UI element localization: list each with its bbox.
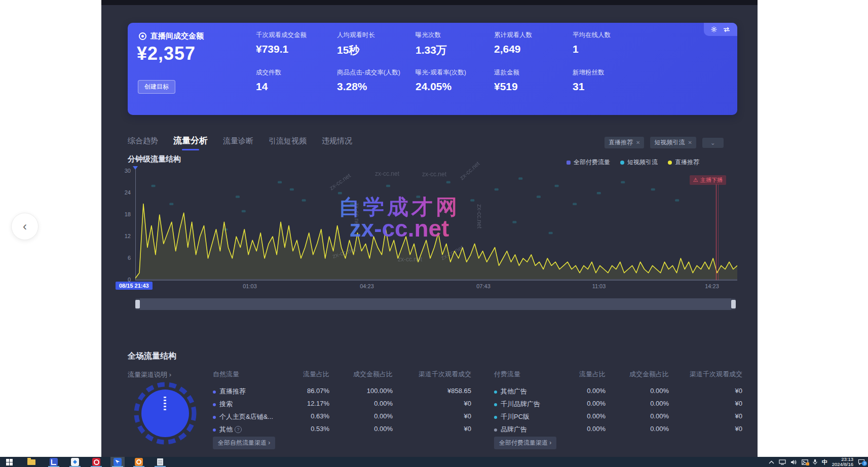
table-row[interactable]: 品牌广告 xyxy=(494,425,527,434)
table-row[interactable]: 其他广告 xyxy=(494,387,527,396)
stream-end-badge: ⚠ 主播下播 xyxy=(690,175,726,185)
channel-help-label: 流量渠道说明 xyxy=(128,371,167,378)
microphone-icon[interactable] xyxy=(813,459,817,465)
slider-handle-left[interactable] xyxy=(135,300,140,308)
legend-label: 短视频引流 xyxy=(627,158,658,167)
time-range-slider[interactable] xyxy=(135,298,736,310)
cell-gmv-share: 0.00% xyxy=(616,425,669,433)
metric-label: 曝光-观看率(次数) xyxy=(416,68,502,77)
metric-card: 人均观看时长 15秒 xyxy=(337,31,423,57)
back-button[interactable]: ‹ xyxy=(11,213,39,240)
tab-violations[interactable]: 违规情况 xyxy=(322,136,352,150)
tab-short-video[interactable]: 引流短视频 xyxy=(269,136,307,150)
x-tick: 11:03 xyxy=(592,283,606,289)
help-icon[interactable]: ? xyxy=(235,426,242,433)
slider-handle-right[interactable] xyxy=(731,300,736,308)
metric-value: ¥739.1 xyxy=(256,43,342,55)
table-row[interactable]: 直播推荐 xyxy=(213,387,246,396)
metric-value: ¥519 xyxy=(494,81,580,93)
all-paid-channels-link[interactable]: 全部付费流量渠道 › xyxy=(494,437,556,449)
taskbar-app-3[interactable] xyxy=(89,457,103,467)
table-row[interactable]: 个人主页&店铺&... xyxy=(213,412,273,421)
filter-chip-live-recommend[interactable]: 直播推荐 ✕ xyxy=(605,137,644,148)
metric-card: 成交件数 14 xyxy=(256,68,342,93)
legend-item-paid[interactable]: 全部付费流量 xyxy=(567,158,610,167)
all-natural-channels-link[interactable]: 全部自然流量渠道 › xyxy=(213,437,275,449)
clock-date: 2024/8/16 xyxy=(832,462,853,467)
metric-value: 1.33万 xyxy=(416,43,502,57)
y-tick: 6 xyxy=(116,255,131,261)
watermark-small: zx-cc.net xyxy=(353,203,360,227)
arrow-right-icon: › xyxy=(268,439,270,446)
create-goal-button[interactable]: 创建目标 xyxy=(138,80,175,94)
taskbar-app-4-active[interactable] xyxy=(110,457,125,467)
section-tabs: 综合趋势 流量分析 流量诊断 引流短视频 违规情况 xyxy=(128,135,352,150)
table-row[interactable]: 千川品牌广告 xyxy=(494,400,540,409)
notification-center-button[interactable]: 3 xyxy=(858,459,865,465)
cell-gmv-share: 0.00% xyxy=(616,412,669,420)
tab-traffic-diagnosis[interactable]: 流量诊断 xyxy=(223,136,253,150)
file-explorer-button[interactable] xyxy=(24,457,39,467)
cell-gpm: ¥858.65 xyxy=(400,387,471,395)
legend-marker xyxy=(668,161,672,165)
swap-icon[interactable] xyxy=(723,27,730,32)
close-icon[interactable]: ✕ xyxy=(688,140,692,145)
x-axis-start-label[interactable]: 08/15 21:43 xyxy=(116,282,153,290)
cell-share: 0.00% xyxy=(560,400,606,407)
warning-icon: ⚠ xyxy=(693,177,698,183)
metric-label: 商品点击-成交率(人数) xyxy=(337,68,423,77)
table-row[interactable]: 搜索 xyxy=(213,400,233,409)
cell-share: 0.00% xyxy=(560,425,606,433)
series-dot xyxy=(213,391,216,394)
column-header: 付费流量 xyxy=(494,370,520,379)
legend-marker xyxy=(567,161,571,165)
tray-expand-chevron-icon[interactable] xyxy=(769,460,774,464)
network-icon[interactable] xyxy=(779,459,786,465)
app-icon xyxy=(114,458,122,466)
gear-icon[interactable] xyxy=(711,26,717,32)
target-icon xyxy=(139,32,146,40)
folder-icon xyxy=(27,459,35,465)
table-row[interactable]: 千川PC版 xyxy=(494,412,530,421)
gmv-value: ¥2,357 xyxy=(137,43,196,64)
snip-tool-icon[interactable] xyxy=(802,459,808,465)
taskbar-app-2[interactable] xyxy=(68,457,82,467)
banner-tools xyxy=(704,23,737,36)
metric-card: 曝光次数 1.33万 xyxy=(416,31,502,57)
notification-badge: 3 xyxy=(862,461,867,466)
arrow-right-icon: › xyxy=(169,371,171,378)
metric-label: 累计观看人数 xyxy=(494,31,580,40)
volume-icon[interactable] xyxy=(790,459,797,465)
app-icon xyxy=(71,458,79,466)
table-row[interactable]: 其他? xyxy=(213,425,242,434)
tab-overall-trend[interactable]: 综合趋势 xyxy=(128,136,158,150)
taskbar-clock[interactable]: 23:13 2024/8/16 xyxy=(832,457,853,467)
filter-chip-short-video[interactable]: 短视频引流 ✕ xyxy=(650,137,696,148)
slider-track[interactable] xyxy=(140,298,731,310)
start-button[interactable] xyxy=(2,457,16,467)
column-header: 自然流量 xyxy=(213,370,239,379)
column-header: 成交金额占比 xyxy=(616,370,669,379)
taskbar-app-5[interactable] xyxy=(132,457,146,467)
chart-legend: 全部付费流量 短视频引流 直播推荐 xyxy=(567,158,699,167)
cell-gmv-share: 0.00% xyxy=(616,387,669,395)
x-tick: 07:43 xyxy=(476,283,490,289)
close-icon[interactable]: ✕ xyxy=(636,140,640,145)
taskbar-app-1[interactable] xyxy=(47,457,61,467)
cell-gpm: ¥0 xyxy=(671,387,742,395)
watermark-small: zx-cc.net xyxy=(398,256,422,263)
tab-traffic-analysis[interactable]: 流量分析 xyxy=(173,135,208,150)
metric-label: 人均观看时长 xyxy=(337,31,423,40)
legend-item-live-recommend[interactable]: 直播推荐 xyxy=(668,158,699,167)
traffic-donut-chart[interactable] xyxy=(132,380,199,447)
watermark-small: zx-cc.net xyxy=(422,171,446,178)
arrow-right-icon: › xyxy=(549,439,551,446)
taskbar-app-6[interactable] xyxy=(153,457,167,467)
legend-item-short-video[interactable]: 短视频引流 xyxy=(620,158,658,167)
ime-indicator[interactable]: 中 xyxy=(822,458,827,466)
filter-dropdown[interactable]: ⌄ xyxy=(702,138,724,148)
metric-card: 累计观看人数 2,649 xyxy=(494,31,580,55)
channel-help-link[interactable]: 流量渠道说明 › xyxy=(128,370,171,379)
y-tick: 12 xyxy=(116,233,131,239)
cell-gpm: ¥0 xyxy=(671,400,742,407)
